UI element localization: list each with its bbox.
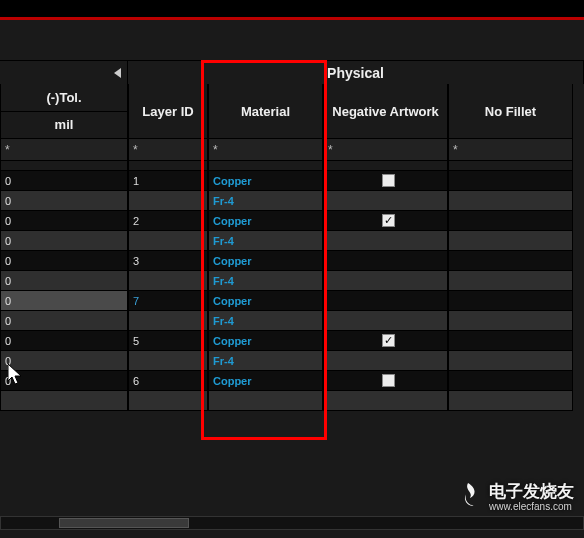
material-link[interactable]: Fr-4 — [213, 235, 234, 247]
cell-layer-id[interactable]: 3 — [128, 251, 208, 271]
cell-tolerance[interactable]: 0 — [0, 211, 128, 231]
material-link[interactable]: Copper — [213, 375, 252, 387]
cell-negative-artwork[interactable] — [323, 391, 448, 411]
col-header-negative-artwork[interactable]: Negative Artwork — [323, 84, 448, 139]
cell-material[interactable]: Fr-4 — [208, 351, 323, 371]
cell-layer-id[interactable]: 2 — [128, 211, 208, 231]
cell-material[interactable]: Fr-4 — [208, 271, 323, 291]
material-link[interactable]: Copper — [213, 335, 252, 347]
filter-layer-id[interactable]: * — [128, 139, 208, 161]
material-link[interactable]: Fr-4 — [213, 355, 234, 367]
cell-tolerance[interactable]: 0 — [0, 371, 128, 391]
table-row[interactable] — [0, 391, 584, 411]
cell-tolerance[interactable]: 0 — [0, 351, 128, 371]
cell-no-fillet[interactable] — [448, 271, 573, 291]
table-row[interactable]: 0Fr-4 — [0, 271, 584, 291]
table-row[interactable]: 01Copper — [0, 171, 584, 191]
cell-no-fillet[interactable] — [448, 371, 573, 391]
cell-no-fillet[interactable] — [448, 391, 573, 411]
cell-layer-id[interactable]: 7 — [128, 291, 208, 311]
cell-negative-artwork[interactable] — [323, 291, 448, 311]
filter-tolerance[interactable]: * — [0, 139, 128, 161]
cell-negative-artwork[interactable] — [323, 191, 448, 211]
cell-no-fillet[interactable] — [448, 251, 573, 271]
cell-material[interactable]: Copper — [208, 371, 323, 391]
material-link[interactable]: Copper — [213, 255, 252, 267]
cell-no-fillet[interactable] — [448, 171, 573, 191]
cell-negative-artwork[interactable]: ✓ — [323, 331, 448, 351]
cell-no-fillet[interactable] — [448, 191, 573, 211]
cell-layer-id[interactable]: 6 — [128, 371, 208, 391]
material-link[interactable]: Fr-4 — [213, 275, 234, 287]
cell-material[interactable]: Fr-4 — [208, 191, 323, 211]
cell-no-fillet[interactable] — [448, 311, 573, 331]
cell-layer-id[interactable]: 1 — [128, 171, 208, 191]
table-row[interactable]: 0Fr-4 — [0, 191, 584, 211]
cell-tolerance[interactable]: 0 — [0, 171, 128, 191]
cell-negative-artwork[interactable] — [323, 311, 448, 331]
cell-material[interactable]: Copper — [208, 331, 323, 351]
cell-negative-artwork[interactable] — [323, 251, 448, 271]
cell-tolerance[interactable]: 0 — [0, 291, 128, 311]
checkbox-checked-icon[interactable]: ✓ — [382, 334, 395, 347]
table-row[interactable]: 06Copper — [0, 371, 584, 391]
table-row[interactable]: 03Copper — [0, 251, 584, 271]
cell-tolerance[interactable] — [0, 391, 128, 411]
table-row[interactable]: 02Copper✓ — [0, 211, 584, 231]
cell-layer-id[interactable] — [128, 311, 208, 331]
col-header-tolerance[interactable]: (-)Tol. mil — [0, 84, 128, 139]
cell-material[interactable]: Fr-4 — [208, 311, 323, 331]
table-row[interactable]: 0Fr-4 — [0, 311, 584, 331]
cell-no-fillet[interactable] — [448, 211, 573, 231]
cell-no-fillet[interactable] — [448, 351, 573, 371]
checkbox-unchecked-icon[interactable] — [382, 174, 395, 187]
material-link[interactable]: Copper — [213, 215, 252, 227]
cell-material[interactable]: Copper — [208, 291, 323, 311]
checkbox-checked-icon[interactable]: ✓ — [382, 214, 395, 227]
cell-negative-artwork[interactable] — [323, 351, 448, 371]
table-row[interactable]: 0Fr-4 — [0, 351, 584, 371]
cell-tolerance[interactable]: 0 — [0, 311, 128, 331]
cell-tolerance[interactable]: 0 — [0, 191, 128, 211]
cell-material[interactable] — [208, 391, 323, 411]
material-link[interactable]: Fr-4 — [213, 315, 234, 327]
col-header-material[interactable]: Material — [208, 84, 323, 139]
cell-no-fillet[interactable] — [448, 231, 573, 251]
cell-material[interactable]: Copper — [208, 171, 323, 191]
table-row[interactable]: 07Copper — [0, 291, 584, 311]
cell-layer-id[interactable] — [128, 351, 208, 371]
cell-material[interactable]: Copper — [208, 211, 323, 231]
cell-negative-artwork[interactable]: ✓ — [323, 211, 448, 231]
cell-negative-artwork[interactable] — [323, 231, 448, 251]
cell-layer-id[interactable] — [128, 391, 208, 411]
col-header-layer-id[interactable]: Layer ID — [128, 84, 208, 139]
col-header-no-fillet[interactable]: No Fillet — [448, 84, 573, 139]
cell-negative-artwork[interactable] — [323, 371, 448, 391]
cell-negative-artwork[interactable] — [323, 271, 448, 291]
material-link[interactable]: Copper — [213, 295, 252, 307]
horizontal-scrollbar[interactable] — [0, 516, 584, 530]
cell-material[interactable]: Fr-4 — [208, 231, 323, 251]
group-collapse-toggle[interactable] — [0, 60, 128, 84]
cell-tolerance[interactable]: 0 — [0, 231, 128, 251]
cell-no-fillet[interactable] — [448, 291, 573, 311]
material-link[interactable]: Copper — [213, 175, 252, 187]
material-link[interactable]: Fr-4 — [213, 195, 234, 207]
group-header-physical[interactable]: Physical — [128, 60, 584, 84]
cell-layer-id[interactable] — [128, 271, 208, 291]
cell-tolerance[interactable]: 0 — [0, 331, 128, 351]
cell-no-fillet[interactable] — [448, 331, 573, 351]
table-row[interactable]: 0Fr-4 — [0, 231, 584, 251]
cell-material[interactable]: Copper — [208, 251, 323, 271]
cell-layer-id[interactable] — [128, 231, 208, 251]
table-row[interactable]: 05Copper✓ — [0, 331, 584, 351]
filter-negative-artwork[interactable]: * — [323, 139, 448, 161]
cell-tolerance[interactable]: 0 — [0, 271, 128, 291]
cell-layer-id[interactable] — [128, 191, 208, 211]
filter-no-fillet[interactable]: * — [448, 139, 573, 161]
filter-material[interactable]: * — [208, 139, 323, 161]
scrollbar-thumb[interactable] — [59, 518, 189, 528]
cell-layer-id[interactable]: 5 — [128, 331, 208, 351]
cell-negative-artwork[interactable] — [323, 171, 448, 191]
checkbox-unchecked-icon[interactable] — [382, 374, 395, 387]
